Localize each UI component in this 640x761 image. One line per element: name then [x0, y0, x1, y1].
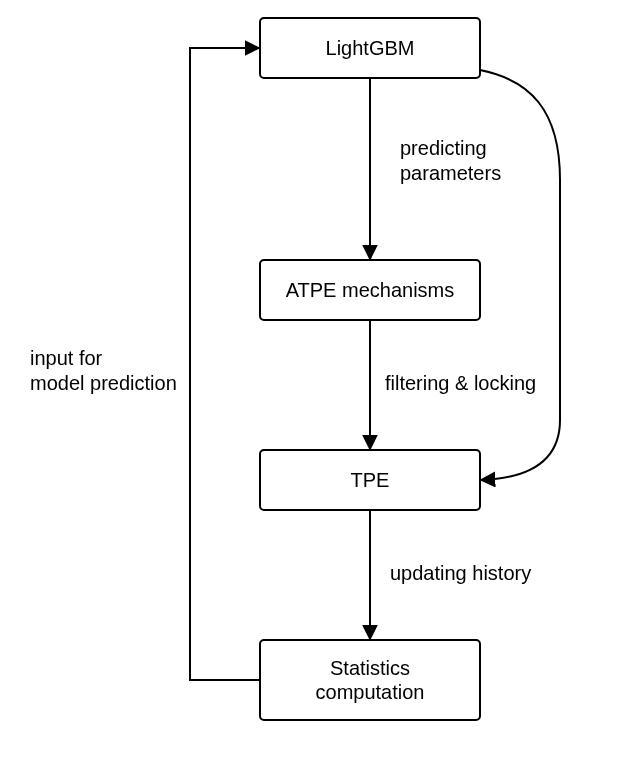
edge-tpe-to-stats-label: updating history — [390, 562, 531, 584]
edge-lightgbm-to-tpe — [480, 70, 560, 480]
node-lightgbm-label: LightGBM — [326, 37, 415, 59]
edge-stats-to-lightgbm — [190, 48, 260, 680]
edge-stats-to-lightgbm-label-l2: model prediction — [30, 372, 177, 394]
edge-stats-to-lightgbm-label-l1: input for — [30, 347, 103, 369]
node-tpe-label: TPE — [351, 469, 390, 491]
node-statistics-label-l1: Statistics — [330, 657, 410, 679]
node-atpe-label: ATPE mechanisms — [286, 279, 455, 301]
node-statistics-label-l2: computation — [316, 681, 425, 703]
edge-lightgbm-to-atpe-label-l1: predicting — [400, 137, 487, 159]
node-statistics — [260, 640, 480, 720]
flow-diagram: LightGBM ATPE mechanisms TPE Statistics … — [0, 0, 640, 761]
edge-atpe-to-tpe-label: filtering & locking — [385, 372, 536, 394]
edge-lightgbm-to-atpe-label-l2: parameters — [400, 162, 501, 184]
